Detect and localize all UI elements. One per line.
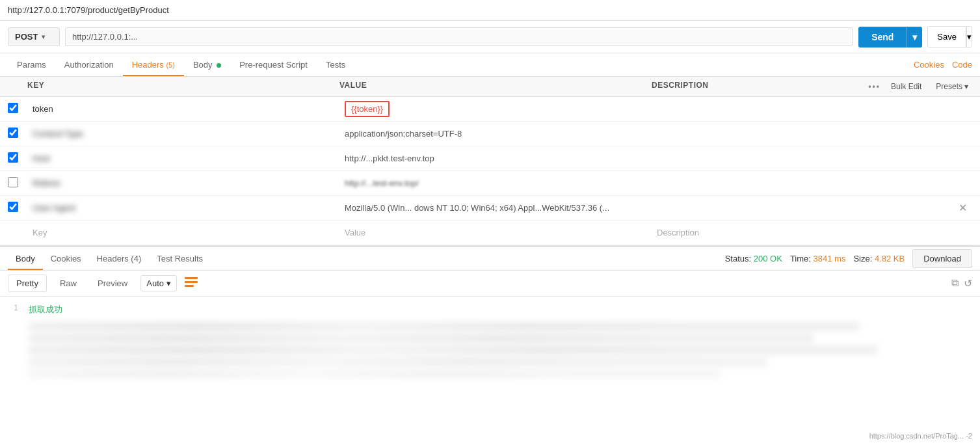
url-bar: POST ▾ Send ▾ Save ▾ bbox=[0, 21, 980, 53]
blurred-line-1 bbox=[29, 322, 859, 331]
response-tab-cookies-label: Cookies bbox=[51, 254, 81, 263]
row5-delete-icon[interactable]: ✕ bbox=[953, 199, 972, 217]
row4-checkbox[interactable] bbox=[8, 177, 18, 187]
bulk-edit-button[interactable]: Bulk Edit bbox=[887, 81, 925, 92]
headers-section: KEY VALUE DESCRIPTION ••• Bulk Edit Pres… bbox=[0, 77, 980, 245]
tab-pre-request-script[interactable]: Pre-request Script bbox=[230, 53, 317, 76]
format-pretty-label: Pretty bbox=[16, 278, 38, 288]
cookies-link[interactable]: Cookies bbox=[914, 60, 944, 70]
code-link[interactable]: Code bbox=[952, 60, 972, 70]
row2-value[interactable]: application/json;charset=UTF-8 bbox=[339, 125, 652, 142]
response-tab-body-label: Body bbox=[16, 254, 35, 263]
response-tab-headers-label: Headers (4) bbox=[97, 254, 142, 263]
tab-headers-label: Headers (5) bbox=[132, 60, 175, 70]
table-row: Host http://...pkkt.test-env.top bbox=[0, 146, 980, 171]
size-value: 4.82 KB bbox=[875, 254, 905, 263]
row1-checkbox[interactable] bbox=[8, 103, 18, 113]
row4-key[interactable]: Referer bbox=[27, 174, 339, 192]
auto-select[interactable]: Auto ▾ bbox=[140, 275, 177, 291]
presets-chevron-icon: ▾ bbox=[964, 82, 968, 91]
more-options-icon[interactable]: ••• bbox=[868, 82, 881, 91]
row4-description[interactable] bbox=[652, 180, 972, 187]
tab-params[interactable]: Params bbox=[8, 53, 55, 76]
time-value: 3841 ms bbox=[814, 254, 846, 263]
response-tab-body[interactable]: Body bbox=[8, 247, 43, 270]
blurred-line-5 bbox=[29, 369, 721, 378]
row5-value[interactable]: Mozilla/5.0 (Win... dows NT 10.0; Win64;… bbox=[339, 199, 652, 217]
row2-checkbox-cell bbox=[8, 128, 27, 140]
table-row: Referer http://...test-env.top/ bbox=[0, 171, 980, 196]
row3-value[interactable]: http://...pkkt.test-env.top bbox=[339, 150, 652, 167]
response-toolbar: Pretty Raw Preview Auto ▾ ⧉ ↺ bbox=[0, 271, 980, 297]
request-tabs-bar: Params Authorization Headers (5) Body Pr… bbox=[0, 53, 980, 77]
row2-checkbox[interactable] bbox=[8, 128, 18, 138]
new-row-key-input[interactable]: Key bbox=[27, 224, 339, 241]
row2-key[interactable]: Content-Type bbox=[27, 125, 339, 142]
col-actions: ••• Bulk Edit Presets ▾ bbox=[868, 81, 972, 92]
row5-checkbox-cell bbox=[8, 202, 27, 214]
row1-key[interactable]: token bbox=[27, 100, 339, 118]
status-value: 200 OK bbox=[754, 254, 782, 263]
new-row-value-input[interactable]: Value bbox=[339, 224, 652, 241]
row4-checkbox-cell bbox=[8, 177, 27, 189]
page-title: http://127.0.0.1:7079/product/getByProdu… bbox=[8, 5, 169, 15]
response-line-1: 1 抓取成功 bbox=[10, 303, 970, 317]
tab-pre-request-script-label: Pre-request Script bbox=[239, 60, 308, 70]
table-row: token → {{token}} bbox=[0, 97, 980, 122]
response-tab-test-results[interactable]: Test Results bbox=[149, 247, 211, 270]
tab-authorization-label: Authorization bbox=[64, 60, 114, 70]
check-col-header bbox=[8, 81, 27, 92]
status-label: Status: 200 OK bbox=[725, 254, 782, 263]
description-col-header: DESCRIPTION bbox=[652, 81, 868, 92]
auto-chevron-icon: ▾ bbox=[166, 278, 171, 288]
format-preview-label: Preview bbox=[98, 278, 127, 288]
row3-description[interactable] bbox=[652, 155, 972, 163]
token-value[interactable]: {{token}} bbox=[345, 101, 390, 117]
body-dot-indicator bbox=[217, 63, 221, 68]
response-tabs-bar: Body Cookies Headers (4) Test Results St… bbox=[0, 247, 980, 271]
format-tab-raw[interactable]: Raw bbox=[52, 275, 85, 291]
save-arrow-button[interactable]: ▾ bbox=[966, 26, 972, 47]
row5-checkbox[interactable] bbox=[8, 202, 18, 212]
row1-checkbox-cell bbox=[8, 103, 27, 115]
wrap-icon[interactable] bbox=[185, 277, 198, 290]
row2-description[interactable] bbox=[652, 130, 972, 138]
tab-authorization[interactable]: Authorization bbox=[55, 53, 123, 76]
tab-tests-label: Tests bbox=[326, 60, 345, 70]
tabs-right: Cookies Code bbox=[914, 60, 972, 70]
row1-description[interactable] bbox=[652, 105, 972, 113]
format-tab-preview[interactable]: Preview bbox=[90, 275, 135, 291]
send-arrow-button[interactable]: ▾ bbox=[907, 27, 922, 47]
blurred-line-2 bbox=[29, 334, 813, 343]
row5-key[interactable]: User-Agent bbox=[27, 199, 339, 217]
time-label: Time: 3841 ms bbox=[790, 254, 846, 263]
refresh-icon[interactable]: ↺ bbox=[964, 277, 972, 290]
save-button[interactable]: Save bbox=[927, 26, 966, 47]
response-tab-headers[interactable]: Headers (4) bbox=[89, 247, 150, 270]
method-chevron-icon: ▾ bbox=[42, 33, 45, 40]
send-label: Send bbox=[858, 27, 907, 47]
svg-rect-2 bbox=[185, 285, 194, 287]
row4-value[interactable]: http://...test-env.top/ bbox=[339, 174, 652, 192]
download-button[interactable]: Download bbox=[912, 249, 972, 268]
send-button[interactable]: Send bbox=[858, 27, 907, 47]
tab-tests[interactable]: Tests bbox=[317, 53, 354, 76]
presets-button[interactable]: Presets ▾ bbox=[932, 81, 972, 92]
tab-params-label: Params bbox=[17, 60, 46, 70]
blurred-content bbox=[10, 317, 970, 383]
response-section: Body Cookies Headers (4) Test Results St… bbox=[0, 245, 980, 390]
format-tab-pretty[interactable]: Pretty bbox=[8, 275, 47, 292]
value-col-header: VALUE bbox=[339, 81, 652, 92]
tab-headers[interactable]: Headers (5) bbox=[123, 53, 184, 76]
copy-icon[interactable]: ⧉ bbox=[951, 277, 959, 290]
svg-rect-1 bbox=[185, 281, 198, 283]
line-number-1: 1 bbox=[10, 303, 23, 312]
row3-checkbox[interactable] bbox=[8, 152, 18, 163]
row3-key[interactable]: Host bbox=[27, 150, 339, 167]
method-dropdown[interactable]: POST ▾ bbox=[8, 27, 60, 46]
new-row-description-input[interactable]: Description bbox=[652, 224, 972, 241]
response-tab-cookies[interactable]: Cookies bbox=[43, 247, 89, 270]
tab-body[interactable]: Body bbox=[184, 53, 230, 76]
row5-description[interactable] bbox=[652, 204, 953, 212]
url-input[interactable] bbox=[65, 27, 853, 46]
